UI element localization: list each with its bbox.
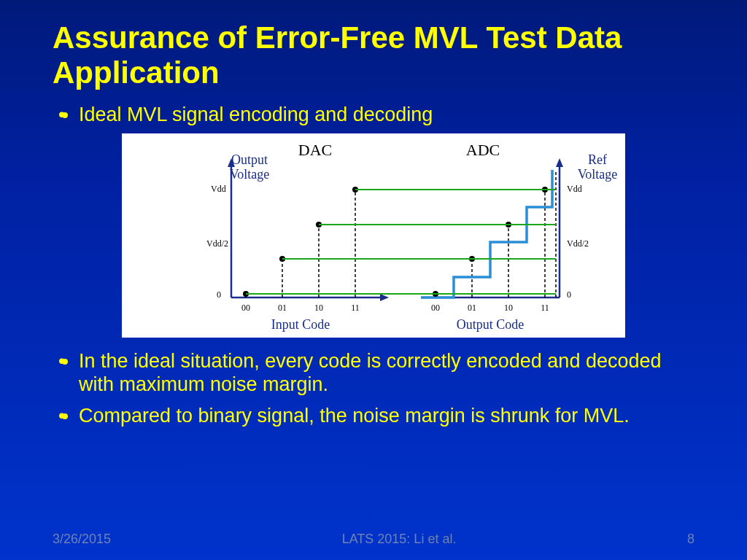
dac-ylabel-line1: Output (231, 152, 268, 167)
dac-adc-diagram: DAC Output Voltage Vdd Vdd/2 0 00 (122, 133, 625, 338)
dac-ytick-0: 0 (217, 289, 221, 300)
adc-ylabel-line2: Voltage (578, 167, 618, 182)
bullet-list-lower: In the ideal situation, every code is co… (0, 346, 747, 427)
svg-rect-0 (122, 133, 625, 338)
bullet-list: Ideal MVL signal encoding and decoding (0, 100, 747, 126)
dac-ytick-vdd: Vdd (211, 184, 226, 194)
dac-title: DAC (298, 141, 332, 159)
slide-footer: 3/26/2015 LATS 2015: Li et al. 8 (0, 532, 747, 547)
adc-ytick-vdd2: Vdd/2 (567, 238, 589, 249)
dac-ylabel-line2: Voltage (230, 167, 270, 182)
adc-xtick-11: 11 (541, 303, 549, 313)
adc-xlabel: Output Code (457, 317, 525, 332)
footer-date: 3/26/2015 (53, 532, 111, 547)
adc-xtick-10: 10 (504, 303, 513, 313)
dac-xlabel: Input Code (271, 317, 330, 332)
footer-center: LATS 2015: Li et al. (111, 532, 687, 547)
dac-xtick-10: 10 (314, 303, 323, 313)
slide-title: Assurance of Error-Free MVL Test Data Ap… (0, 0, 747, 100)
bullet-item: Compared to binary signal, the noise mar… (79, 404, 694, 427)
dac-xtick-00: 00 (241, 303, 250, 313)
dac-ytick-vdd2: Vdd/2 (206, 238, 228, 249)
adc-ytick-vdd: Vdd (567, 184, 582, 194)
bullet-item: Ideal MVL signal encoding and decoding (79, 103, 694, 126)
adc-title: ADC (466, 141, 500, 159)
adc-ytick-0: 0 (567, 289, 571, 300)
adc-xtick-00: 00 (431, 303, 440, 313)
adc-ylabel-line1: Ref (588, 152, 607, 167)
footer-page: 8 (687, 532, 694, 547)
chart-container: DAC Output Voltage Vdd Vdd/2 0 00 (0, 133, 747, 338)
bullet-item: In the ideal situation, every code is co… (79, 349, 694, 397)
dac-xtick-01: 01 (278, 303, 287, 313)
dac-xtick-11: 11 (351, 303, 360, 313)
adc-xtick-01: 01 (468, 303, 476, 313)
